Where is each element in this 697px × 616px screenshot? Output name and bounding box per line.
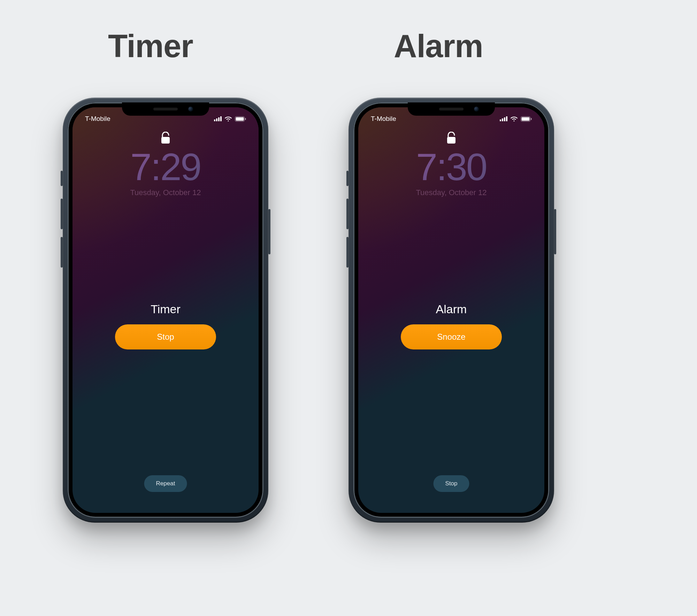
phone-bezel: T-Mobile 7:29 <box>68 102 263 518</box>
svg-rect-6 <box>531 118 532 120</box>
alert-title: Timer <box>72 302 259 316</box>
alert-block: Alarm Snooze <box>358 302 544 349</box>
power-button <box>268 209 270 254</box>
lock-open-icon <box>446 132 456 146</box>
alert-title: Alarm <box>358 302 544 316</box>
clock-time: 7:29 <box>72 148 259 186</box>
phone-mockup-timer: T-Mobile 7:29 <box>63 98 268 523</box>
svg-rect-5 <box>522 117 530 121</box>
mute-switch <box>346 171 348 186</box>
phone-bezel: T-Mobile 7:30 <box>353 102 549 518</box>
speaker-grille <box>439 108 464 110</box>
volume-up-button <box>346 199 348 229</box>
speaker-grille <box>153 108 178 110</box>
repeat-button[interactable]: Repeat <box>144 475 187 492</box>
stop-button[interactable]: Stop <box>115 324 216 349</box>
carrier-label: T-Mobile <box>371 115 396 123</box>
lock-screen: T-Mobile 7:30 <box>358 107 544 513</box>
lock-screen: T-Mobile 7:29 <box>72 107 259 513</box>
mute-switch <box>61 171 63 186</box>
lock-open-icon <box>161 132 170 146</box>
phone-mockup-alarm: T-Mobile 7:30 <box>348 98 554 523</box>
volume-down-button <box>346 237 348 268</box>
svg-rect-1 <box>236 117 244 121</box>
stop-button[interactable]: Stop <box>434 475 469 492</box>
volume-up-button <box>61 199 63 229</box>
front-camera <box>188 107 193 111</box>
svg-rect-3 <box>161 137 170 144</box>
signal-icon <box>214 116 222 121</box>
wifi-icon <box>224 116 232 122</box>
snooze-button[interactable]: Snooze <box>401 324 502 349</box>
alert-block: Timer Stop <box>72 302 259 349</box>
signal-icon <box>500 116 507 121</box>
svg-rect-2 <box>245 118 246 120</box>
battery-icon <box>521 116 532 122</box>
status-bar: T-Mobile <box>72 114 259 124</box>
wifi-icon <box>510 116 518 122</box>
status-bar: T-Mobile <box>358 114 544 124</box>
svg-rect-7 <box>447 137 455 144</box>
heading-timer: Timer <box>108 28 193 64</box>
power-button <box>554 209 556 254</box>
lock-time-block: 7:29 Tuesday, October 12 <box>72 132 259 197</box>
carrier-label: T-Mobile <box>85 115 110 123</box>
clock-time: 7:30 <box>358 148 544 186</box>
front-camera <box>474 107 479 111</box>
battery-icon <box>235 116 246 122</box>
volume-down-button <box>61 237 63 268</box>
clock-date: Tuesday, October 12 <box>358 188 544 197</box>
clock-date: Tuesday, October 12 <box>72 188 259 197</box>
heading-alarm: Alarm <box>394 28 483 64</box>
comparison-stage: Timer Alarm T-Mobile <box>0 0 697 616</box>
lock-time-block: 7:30 Tuesday, October 12 <box>358 132 544 197</box>
